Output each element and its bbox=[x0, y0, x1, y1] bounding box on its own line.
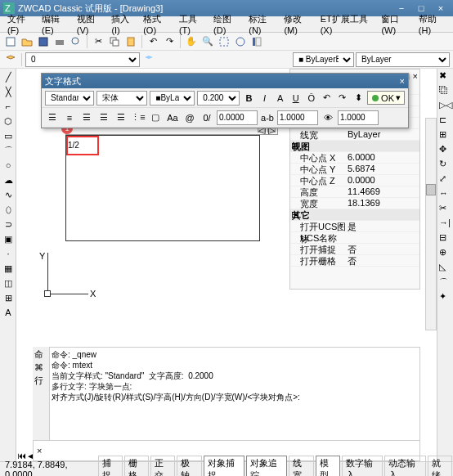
menu-item[interactable]: 标注(N) bbox=[244, 11, 280, 37]
polygon-icon[interactable]: ⬡ bbox=[2, 115, 15, 128]
text-color-combo[interactable]: ■ByLayer bbox=[150, 91, 195, 106]
circle-icon[interactable]: ○ bbox=[2, 159, 15, 172]
width-factor2-input[interactable] bbox=[338, 110, 379, 125]
status-toggle[interactable]: 对象捕捉 bbox=[204, 456, 244, 477]
zoom-icon[interactable]: 🔍 bbox=[200, 34, 215, 49]
property-row[interactable]: 打开UCS图标是 bbox=[290, 221, 419, 232]
stretch-icon[interactable]: ↔ bbox=[439, 188, 452, 201]
overline-icon[interactable]: Ō bbox=[305, 91, 318, 106]
spline-icon[interactable]: ∿ bbox=[2, 188, 15, 201]
cmd-icon1[interactable]: 命 bbox=[34, 348, 47, 361]
scroll-thumb[interactable] bbox=[426, 184, 436, 195]
mtext-icon[interactable]: A bbox=[2, 306, 15, 319]
linetype-combo[interactable]: ByLayer bbox=[356, 52, 450, 67]
pline-icon[interactable]: ⌐ bbox=[2, 100, 15, 113]
cut-icon[interactable]: ✂ bbox=[91, 34, 105, 49]
menu-item[interactable]: 工具(T) bbox=[175, 11, 209, 37]
xline-icon[interactable]: ╳ bbox=[2, 85, 15, 98]
close-icon[interactable]: × bbox=[400, 76, 405, 86]
property-row[interactable]: 中心点 Z0.0000 bbox=[290, 175, 419, 186]
bold-icon[interactable]: B bbox=[242, 91, 255, 106]
region-icon[interactable]: ◫ bbox=[2, 276, 15, 290]
font-icon[interactable]: A bbox=[274, 91, 287, 106]
zoom-window-icon[interactable] bbox=[217, 34, 231, 49]
tracking-input[interactable] bbox=[217, 110, 258, 125]
justify-icon[interactable]: ☰ bbox=[96, 110, 111, 125]
move-icon[interactable]: ✥ bbox=[439, 144, 452, 157]
paste-icon[interactable] bbox=[123, 34, 138, 49]
text-format-titlebar[interactable]: 文字格式 × bbox=[42, 74, 408, 88]
erase-icon[interactable]: ✖ bbox=[439, 70, 452, 83]
redo-icon[interactable]: ↷ bbox=[162, 34, 177, 49]
join-icon[interactable]: ⊕ bbox=[439, 247, 452, 260]
menu-item[interactable]: 插入(I) bbox=[107, 11, 139, 37]
text-height-combo[interactable]: 0.2000 bbox=[197, 91, 240, 106]
menu-item[interactable]: 修改(M) bbox=[280, 11, 316, 37]
block-icon[interactable]: ▣ bbox=[2, 232, 15, 245]
property-row[interactable]: 中心点 Y5.6874 bbox=[290, 164, 419, 175]
open-icon[interactable] bbox=[20, 34, 34, 49]
distribute-icon[interactable]: ☰ bbox=[114, 110, 128, 125]
print-icon[interactable] bbox=[52, 34, 67, 49]
drawing-canvas[interactable]: 文字格式 × Standard 宋体 ■ByLayer 0.2000 B I A… bbox=[16, 69, 437, 461]
cmd-icon2[interactable]: ⌘ bbox=[34, 362, 47, 373]
property-group[interactable]: ⊟视图 bbox=[290, 141, 419, 152]
uppercase-icon[interactable]: Aa bbox=[165, 110, 180, 125]
array-icon[interactable]: ⊞ bbox=[439, 129, 452, 142]
menu-item[interactable]: 帮助(H) bbox=[415, 11, 450, 37]
numbering-icon[interactable]: ⋮≡ bbox=[131, 110, 146, 125]
rectangle-icon[interactable]: ▭ bbox=[2, 129, 15, 142]
status-toggle[interactable]: 对象追踪 bbox=[246, 456, 287, 477]
stack-icon[interactable]: ⬍ bbox=[352, 91, 365, 106]
field-icon[interactable]: ▢ bbox=[148, 110, 163, 125]
status-toggle[interactable]: 数字输入 bbox=[342, 456, 383, 477]
cmd-icon3[interactable]: 行 bbox=[34, 375, 47, 387]
oblique-icon[interactable]: 0/ bbox=[200, 110, 214, 125]
chamfer-icon[interactable]: ◺ bbox=[439, 262, 452, 275]
tracking-icon[interactable]: a-b bbox=[260, 110, 275, 125]
italic-icon[interactable]: I bbox=[258, 91, 271, 106]
layer-manager-icon[interactable] bbox=[3, 52, 18, 67]
menu-item[interactable]: 格式(O) bbox=[139, 11, 175, 37]
layer-combo[interactable]: 0 bbox=[25, 52, 140, 67]
vertical-scrollbar[interactable] bbox=[425, 118, 437, 330]
table-icon[interactable]: ⊞ bbox=[2, 291, 15, 304]
property-row[interactable]: 中心点 X6.0000 bbox=[290, 152, 419, 164]
property-row[interactable]: 高度11.4669 bbox=[290, 186, 419, 198]
copy-icon[interactable] bbox=[107, 34, 122, 49]
width-factor-input[interactable] bbox=[277, 110, 318, 125]
trim-icon[interactable]: ✂ bbox=[439, 203, 452, 216]
fillet-icon[interactable]: ⌒ bbox=[439, 276, 452, 290]
arc-icon[interactable]: ⌒ bbox=[2, 144, 15, 157]
offset-icon[interactable]: ⊏ bbox=[439, 115, 452, 128]
undo-text-icon[interactable]: ↶ bbox=[321, 91, 334, 106]
align-right-icon[interactable]: ☰ bbox=[79, 110, 94, 125]
status-toggle[interactable]: 模型 bbox=[316, 456, 340, 477]
line-icon[interactable]: ╱ bbox=[2, 70, 15, 83]
layer-prev-icon[interactable] bbox=[141, 52, 156, 67]
new-icon[interactable] bbox=[3, 34, 18, 49]
redo-text-icon[interactable]: ↷ bbox=[336, 91, 349, 106]
command-history[interactable]: 命令: _qnew 命令: mtext 当前文字样式: "Standard" 文… bbox=[49, 347, 420, 445]
rotate-icon[interactable]: ↻ bbox=[439, 159, 452, 172]
property-group[interactable]: ⊟其它 bbox=[290, 209, 419, 221]
pan-icon[interactable]: ✋ bbox=[184, 34, 199, 49]
align-left-icon[interactable]: ☰ bbox=[45, 110, 60, 125]
property-row[interactable]: 打开栅格否 bbox=[290, 255, 419, 267]
status-toggle[interactable]: 线宽 bbox=[289, 456, 313, 477]
preview-icon[interactable] bbox=[69, 34, 83, 49]
status-toggle[interactable]: 就绪 bbox=[428, 456, 452, 477]
ellipse-icon[interactable]: ⬯ bbox=[2, 203, 15, 216]
width-icon[interactable]: 👁 bbox=[321, 110, 335, 125]
status-toggle[interactable]: 正交 bbox=[150, 456, 175, 477]
close-panel-icon[interactable]: × bbox=[413, 71, 418, 82]
save-icon[interactable] bbox=[36, 34, 51, 49]
status-toggle[interactable]: 栅格 bbox=[124, 456, 149, 477]
symbol-icon[interactable]: @ bbox=[182, 110, 197, 125]
menu-item[interactable]: 视图(V) bbox=[73, 11, 108, 37]
mtext-editor[interactable]: 1/2 bbox=[65, 135, 260, 241]
ellipse-arc-icon[interactable]: ⊃ bbox=[2, 218, 15, 231]
property-row[interactable]: 线宽ByLayer bbox=[290, 129, 419, 141]
revcloud-icon[interactable]: ☁ bbox=[2, 173, 15, 186]
coordinates[interactable]: 7.9184, 7.8849, 0.0000 bbox=[0, 460, 97, 477]
